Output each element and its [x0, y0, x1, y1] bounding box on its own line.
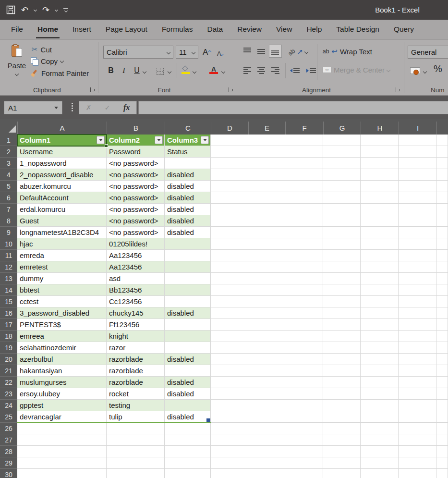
row-header-15[interactable]: 15	[0, 296, 17, 307]
cell-A7[interactable]: erdal.komurcu	[17, 204, 107, 215]
cancel-icon[interactable]: ✗	[86, 104, 92, 111]
accounting-format-button[interactable]	[410, 64, 420, 77]
cell-F14[interactable]	[285, 284, 323, 296]
align-center-button[interactable]	[255, 64, 268, 77]
cell-G30[interactable]	[323, 469, 361, 478]
column-header-C[interactable]: C	[165, 122, 211, 135]
column-header-I[interactable]: I	[399, 122, 436, 135]
cell-H26[interactable]	[361, 423, 399, 434]
row-header-5[interactable]: 5	[0, 181, 17, 192]
cell-G22[interactable]	[323, 377, 361, 388]
cell-A11[interactable]: emreda	[17, 250, 107, 261]
cell-F16[interactable]	[285, 307, 323, 319]
cell-F15[interactable]	[285, 296, 323, 307]
cell-J3[interactable]	[436, 158, 448, 169]
cell-B9[interactable]: <no password>	[107, 227, 165, 238]
cell-D23[interactable]	[211, 388, 248, 400]
cell-H23[interactable]	[361, 388, 399, 400]
font-name-combo[interactable]: Calibri	[103, 46, 173, 59]
row-header-20[interactable]: 20	[0, 354, 17, 365]
row-header-28[interactable]: 28	[0, 446, 17, 457]
decrease-indent-button[interactable]	[290, 64, 300, 77]
cell-B19[interactable]: razor	[107, 342, 165, 354]
cell-E4[interactable]	[248, 169, 285, 181]
cell-J18[interactable]	[436, 331, 448, 342]
cell-D14[interactable]	[211, 284, 248, 296]
cell-I12[interactable]	[399, 261, 436, 273]
cell-J8[interactable]	[436, 215, 448, 227]
cell-J23[interactable]	[436, 388, 448, 400]
cell-B14[interactable]: Bb123456	[107, 284, 165, 296]
cell-G11[interactable]	[323, 250, 361, 261]
cell-E18[interactable]	[248, 331, 285, 342]
cell-E19[interactable]	[248, 342, 285, 354]
cell-G3[interactable]	[323, 158, 361, 169]
cell-H10[interactable]	[361, 238, 399, 250]
paste-button[interactable]: Paste	[4, 43, 30, 86]
cell-E24[interactable]	[248, 400, 285, 411]
cell-B23[interactable]: rocket	[107, 388, 165, 400]
cell-A3[interactable]: 1_nopassword	[17, 158, 107, 169]
redo-dropdown[interactable]	[54, 3, 59, 17]
cell-C23[interactable]: disabled	[165, 388, 211, 400]
cell-E29[interactable]	[248, 457, 285, 469]
underline-dropdown[interactable]	[143, 65, 146, 78]
cell-C24[interactable]	[165, 400, 211, 411]
cell-J2[interactable]	[436, 146, 448, 158]
cell-D13[interactable]	[211, 273, 248, 284]
cell-J29[interactable]	[436, 457, 448, 469]
cell-H25[interactable]	[361, 411, 399, 423]
cell-B17[interactable]: Ff123456	[107, 319, 165, 331]
cell-C3[interactable]	[165, 158, 211, 169]
cell-F21[interactable]	[285, 365, 323, 377]
cell-E5[interactable]	[248, 181, 285, 192]
cell-B4[interactable]: <no password>	[107, 169, 165, 181]
cell-B20[interactable]: razorblade	[107, 354, 165, 365]
cell-G8[interactable]	[323, 215, 361, 227]
cell-H2[interactable]	[361, 146, 399, 158]
cell-J22[interactable]	[436, 377, 448, 388]
cell-A8[interactable]: Guest	[17, 215, 107, 227]
cell-I8[interactable]	[399, 215, 436, 227]
column-header-B[interactable]: B	[107, 122, 165, 135]
row-header-3[interactable]: 3	[0, 158, 17, 169]
cell-D22[interactable]	[211, 377, 248, 388]
cell-G10[interactable]	[323, 238, 361, 250]
cell-F10[interactable]	[285, 238, 323, 250]
cell-H12[interactable]	[361, 261, 399, 273]
cell-I22[interactable]	[399, 377, 436, 388]
cell-H4[interactable]	[361, 169, 399, 181]
cell-I25[interactable]	[399, 411, 436, 423]
cell-G9[interactable]	[323, 227, 361, 238]
cell-I17[interactable]	[399, 319, 436, 331]
cell-G14[interactable]	[323, 284, 361, 296]
cell-E28[interactable]	[248, 446, 285, 457]
borders-button[interactable]	[157, 65, 164, 77]
cell-J5[interactable]	[436, 181, 448, 192]
column-header-J[interactable]	[436, 122, 448, 135]
align-middle-button[interactable]	[255, 45, 268, 58]
tab-view[interactable]: View	[269, 20, 299, 39]
cell-D18[interactable]	[211, 331, 248, 342]
fill-color-dropdown[interactable]	[193, 65, 196, 78]
enter-icon[interactable]: ✓	[105, 104, 110, 111]
cell-H18[interactable]	[361, 331, 399, 342]
undo-dropdown[interactable]	[33, 3, 38, 17]
cell-F26[interactable]	[285, 423, 323, 434]
cell-H22[interactable]	[361, 377, 399, 388]
cell-C20[interactable]: disabled	[165, 354, 211, 365]
cell-B21[interactable]: razorblade	[107, 365, 165, 377]
cell-B29[interactable]	[107, 457, 165, 469]
cell-D6[interactable]	[211, 192, 248, 204]
cell-H5[interactable]	[361, 181, 399, 192]
cell-H20[interactable]	[361, 354, 399, 365]
cell-I7[interactable]	[399, 204, 436, 215]
cell-J28[interactable]	[436, 446, 448, 457]
filter-button-Column3[interactable]	[201, 136, 209, 144]
row-header-22[interactable]: 22	[0, 377, 17, 388]
cell-D16[interactable]	[211, 307, 248, 319]
cell-E1[interactable]	[248, 135, 285, 146]
cell-J26[interactable]	[436, 423, 448, 434]
cell-I27[interactable]	[399, 434, 436, 446]
row-header-27[interactable]: 27	[0, 434, 17, 446]
